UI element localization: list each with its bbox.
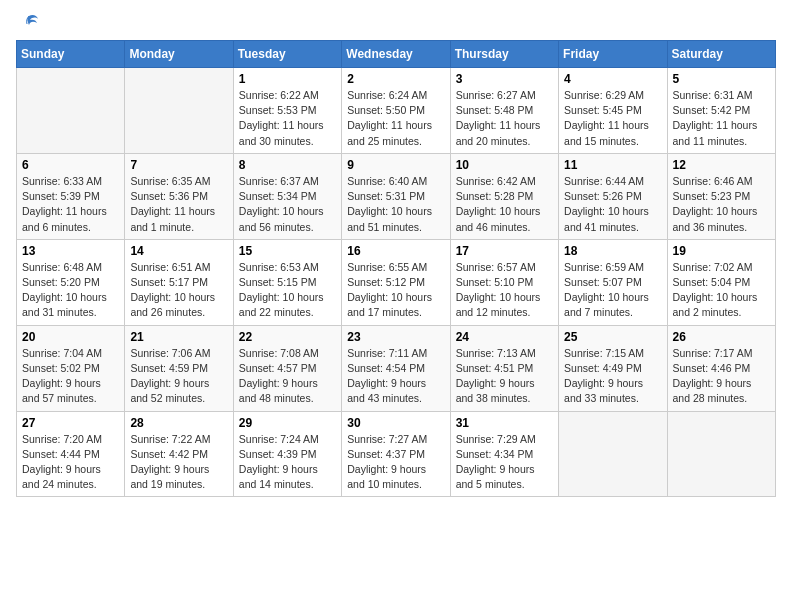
day-info: Sunrise: 6:55 AM Sunset: 5:12 PM Dayligh… (347, 260, 444, 321)
calendar-cell: 21Sunrise: 7:06 AM Sunset: 4:59 PM Dayli… (125, 325, 233, 411)
day-info: Sunrise: 7:20 AM Sunset: 4:44 PM Dayligh… (22, 432, 119, 493)
logo-bird-icon (18, 12, 40, 34)
week-row-5: 27Sunrise: 7:20 AM Sunset: 4:44 PM Dayli… (17, 411, 776, 497)
day-info: Sunrise: 6:53 AM Sunset: 5:15 PM Dayligh… (239, 260, 336, 321)
weekday-header-sunday: Sunday (17, 41, 125, 68)
calendar-cell: 3Sunrise: 6:27 AM Sunset: 5:48 PM Daylig… (450, 68, 558, 154)
calendar-cell: 20Sunrise: 7:04 AM Sunset: 5:02 PM Dayli… (17, 325, 125, 411)
logo (16, 16, 40, 30)
day-info: Sunrise: 6:48 AM Sunset: 5:20 PM Dayligh… (22, 260, 119, 321)
day-info: Sunrise: 6:51 AM Sunset: 5:17 PM Dayligh… (130, 260, 227, 321)
calendar-cell: 17Sunrise: 6:57 AM Sunset: 5:10 PM Dayli… (450, 239, 558, 325)
day-info: Sunrise: 7:22 AM Sunset: 4:42 PM Dayligh… (130, 432, 227, 493)
day-number: 31 (456, 416, 553, 430)
calendar-cell: 6Sunrise: 6:33 AM Sunset: 5:39 PM Daylig… (17, 153, 125, 239)
calendar-cell: 26Sunrise: 7:17 AM Sunset: 4:46 PM Dayli… (667, 325, 775, 411)
day-number: 6 (22, 158, 119, 172)
calendar-cell: 24Sunrise: 7:13 AM Sunset: 4:51 PM Dayli… (450, 325, 558, 411)
page-header (16, 16, 776, 30)
calendar-cell: 22Sunrise: 7:08 AM Sunset: 4:57 PM Dayli… (233, 325, 341, 411)
day-number: 29 (239, 416, 336, 430)
day-info: Sunrise: 6:33 AM Sunset: 5:39 PM Dayligh… (22, 174, 119, 235)
day-number: 16 (347, 244, 444, 258)
day-info: Sunrise: 7:06 AM Sunset: 4:59 PM Dayligh… (130, 346, 227, 407)
calendar-cell (17, 68, 125, 154)
calendar-cell: 12Sunrise: 6:46 AM Sunset: 5:23 PM Dayli… (667, 153, 775, 239)
weekday-header-wednesday: Wednesday (342, 41, 450, 68)
day-number: 10 (456, 158, 553, 172)
day-number: 20 (22, 330, 119, 344)
day-info: Sunrise: 7:11 AM Sunset: 4:54 PM Dayligh… (347, 346, 444, 407)
weekday-header-row: SundayMondayTuesdayWednesdayThursdayFrid… (17, 41, 776, 68)
day-info: Sunrise: 7:27 AM Sunset: 4:37 PM Dayligh… (347, 432, 444, 493)
calendar-cell: 23Sunrise: 7:11 AM Sunset: 4:54 PM Dayli… (342, 325, 450, 411)
day-info: Sunrise: 7:29 AM Sunset: 4:34 PM Dayligh… (456, 432, 553, 493)
day-number: 17 (456, 244, 553, 258)
calendar-cell: 5Sunrise: 6:31 AM Sunset: 5:42 PM Daylig… (667, 68, 775, 154)
weekday-header-saturday: Saturday (667, 41, 775, 68)
calendar-cell: 27Sunrise: 7:20 AM Sunset: 4:44 PM Dayli… (17, 411, 125, 497)
weekday-header-thursday: Thursday (450, 41, 558, 68)
day-info: Sunrise: 6:40 AM Sunset: 5:31 PM Dayligh… (347, 174, 444, 235)
day-number: 21 (130, 330, 227, 344)
week-row-4: 20Sunrise: 7:04 AM Sunset: 5:02 PM Dayli… (17, 325, 776, 411)
day-number: 7 (130, 158, 227, 172)
week-row-1: 1Sunrise: 6:22 AM Sunset: 5:53 PM Daylig… (17, 68, 776, 154)
day-info: Sunrise: 6:37 AM Sunset: 5:34 PM Dayligh… (239, 174, 336, 235)
day-info: Sunrise: 7:04 AM Sunset: 5:02 PM Dayligh… (22, 346, 119, 407)
day-info: Sunrise: 6:27 AM Sunset: 5:48 PM Dayligh… (456, 88, 553, 149)
day-number: 30 (347, 416, 444, 430)
weekday-header-monday: Monday (125, 41, 233, 68)
day-number: 3 (456, 72, 553, 86)
calendar-cell: 9Sunrise: 6:40 AM Sunset: 5:31 PM Daylig… (342, 153, 450, 239)
weekday-header-friday: Friday (559, 41, 667, 68)
day-info: Sunrise: 6:57 AM Sunset: 5:10 PM Dayligh… (456, 260, 553, 321)
day-number: 26 (673, 330, 770, 344)
week-row-3: 13Sunrise: 6:48 AM Sunset: 5:20 PM Dayli… (17, 239, 776, 325)
calendar-cell: 15Sunrise: 6:53 AM Sunset: 5:15 PM Dayli… (233, 239, 341, 325)
calendar-cell: 19Sunrise: 7:02 AM Sunset: 5:04 PM Dayli… (667, 239, 775, 325)
calendar-cell: 28Sunrise: 7:22 AM Sunset: 4:42 PM Dayli… (125, 411, 233, 497)
calendar-cell: 13Sunrise: 6:48 AM Sunset: 5:20 PM Dayli… (17, 239, 125, 325)
calendar-cell: 16Sunrise: 6:55 AM Sunset: 5:12 PM Dayli… (342, 239, 450, 325)
calendar-cell: 8Sunrise: 6:37 AM Sunset: 5:34 PM Daylig… (233, 153, 341, 239)
day-number: 22 (239, 330, 336, 344)
calendar-cell: 4Sunrise: 6:29 AM Sunset: 5:45 PM Daylig… (559, 68, 667, 154)
day-info: Sunrise: 6:29 AM Sunset: 5:45 PM Dayligh… (564, 88, 661, 149)
calendar-cell (559, 411, 667, 497)
day-number: 25 (564, 330, 661, 344)
week-row-2: 6Sunrise: 6:33 AM Sunset: 5:39 PM Daylig… (17, 153, 776, 239)
calendar-cell: 11Sunrise: 6:44 AM Sunset: 5:26 PM Dayli… (559, 153, 667, 239)
day-info: Sunrise: 6:46 AM Sunset: 5:23 PM Dayligh… (673, 174, 770, 235)
day-number: 18 (564, 244, 661, 258)
day-number: 15 (239, 244, 336, 258)
calendar-cell: 29Sunrise: 7:24 AM Sunset: 4:39 PM Dayli… (233, 411, 341, 497)
day-number: 8 (239, 158, 336, 172)
weekday-header-tuesday: Tuesday (233, 41, 341, 68)
day-info: Sunrise: 6:24 AM Sunset: 5:50 PM Dayligh… (347, 88, 444, 149)
day-info: Sunrise: 7:15 AM Sunset: 4:49 PM Dayligh… (564, 346, 661, 407)
calendar-cell: 10Sunrise: 6:42 AM Sunset: 5:28 PM Dayli… (450, 153, 558, 239)
day-info: Sunrise: 6:31 AM Sunset: 5:42 PM Dayligh… (673, 88, 770, 149)
calendar-cell: 2Sunrise: 6:24 AM Sunset: 5:50 PM Daylig… (342, 68, 450, 154)
day-number: 1 (239, 72, 336, 86)
day-number: 13 (22, 244, 119, 258)
day-number: 24 (456, 330, 553, 344)
day-number: 19 (673, 244, 770, 258)
calendar-cell: 14Sunrise: 6:51 AM Sunset: 5:17 PM Dayli… (125, 239, 233, 325)
calendar-cell: 25Sunrise: 7:15 AM Sunset: 4:49 PM Dayli… (559, 325, 667, 411)
day-number: 11 (564, 158, 661, 172)
day-info: Sunrise: 6:42 AM Sunset: 5:28 PM Dayligh… (456, 174, 553, 235)
day-number: 5 (673, 72, 770, 86)
day-info: Sunrise: 7:08 AM Sunset: 4:57 PM Dayligh… (239, 346, 336, 407)
day-number: 14 (130, 244, 227, 258)
day-info: Sunrise: 7:02 AM Sunset: 5:04 PM Dayligh… (673, 260, 770, 321)
day-info: Sunrise: 6:35 AM Sunset: 5:36 PM Dayligh… (130, 174, 227, 235)
day-info: Sunrise: 6:44 AM Sunset: 5:26 PM Dayligh… (564, 174, 661, 235)
day-number: 4 (564, 72, 661, 86)
calendar-cell: 18Sunrise: 6:59 AM Sunset: 5:07 PM Dayli… (559, 239, 667, 325)
calendar-cell: 30Sunrise: 7:27 AM Sunset: 4:37 PM Dayli… (342, 411, 450, 497)
calendar-cell: 7Sunrise: 6:35 AM Sunset: 5:36 PM Daylig… (125, 153, 233, 239)
day-number: 23 (347, 330, 444, 344)
calendar-cell (125, 68, 233, 154)
